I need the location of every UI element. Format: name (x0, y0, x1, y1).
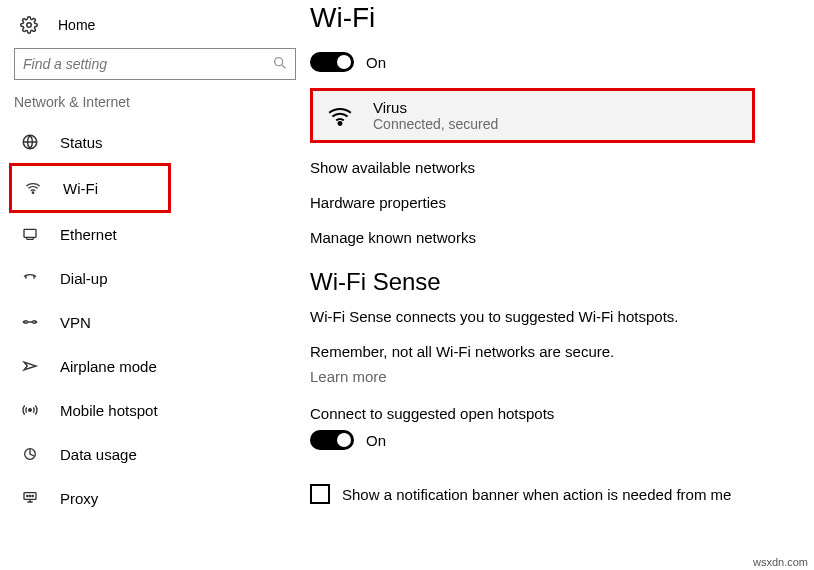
svg-point-7 (33, 321, 36, 324)
svg-point-14 (338, 122, 341, 125)
sense-toggle-row: On (310, 430, 800, 450)
hotspot-icon (20, 401, 40, 419)
airplane-icon (20, 357, 40, 375)
sidebar-item-wifi[interactable]: Wi-Fi (9, 163, 171, 213)
svg-point-13 (32, 495, 33, 496)
wifi-toggle[interactable] (310, 52, 354, 72)
nav-label: Proxy (60, 490, 98, 507)
sidebar-item-dialup[interactable]: Dial-up (12, 256, 302, 300)
network-status: Connected, secured (373, 116, 498, 132)
nav-label: Data usage (60, 446, 137, 463)
page-title: Wi-Fi (310, 2, 800, 34)
link-manage-known[interactable]: Manage known networks (310, 229, 800, 246)
watermark: wsxdn.com (753, 556, 808, 568)
svg-point-4 (32, 192, 33, 193)
nav-label: Mobile hotspot (60, 402, 158, 419)
proxy-icon (20, 489, 40, 507)
wifi-icon (23, 179, 43, 197)
link-learn-more[interactable]: Learn more (310, 368, 800, 385)
sidebar: Home Network & Internet Status Wi-Fi Eth… (0, 0, 310, 570)
nav-label: Dial-up (60, 270, 108, 287)
ethernet-icon (20, 225, 40, 243)
sidebar-section-label: Network & Internet (14, 94, 302, 110)
sidebar-item-hotspot[interactable]: Mobile hotspot (12, 388, 302, 432)
sidebar-item-proxy[interactable]: Proxy (12, 476, 302, 520)
svg-point-11 (27, 495, 28, 496)
search-icon (272, 55, 288, 71)
nav-label: Wi-Fi (63, 180, 98, 197)
search-input[interactable] (14, 48, 296, 80)
svg-point-8 (29, 409, 32, 412)
svg-point-6 (25, 321, 28, 324)
sidebar-item-status[interactable]: Status (12, 120, 302, 164)
main-content: Wi-Fi On Virus Connected, secured Show a… (310, 0, 814, 570)
notify-checkbox[interactable] (310, 484, 330, 504)
wifi-toggle-row: On (310, 52, 800, 72)
sense-connect-prompt: Connect to suggested open hotspots (310, 405, 800, 422)
sense-toggle[interactable] (310, 430, 354, 450)
search-box (14, 48, 296, 80)
vpn-icon (20, 313, 40, 331)
notify-row: Show a notification banner when action i… (310, 484, 800, 504)
nav-label: Airplane mode (60, 358, 157, 375)
sidebar-item-ethernet[interactable]: Ethernet (12, 212, 302, 256)
sense-description: Wi-Fi Sense connects you to suggested Wi… (310, 308, 800, 325)
network-name: Virus (373, 99, 498, 116)
sidebar-item-data[interactable]: Data usage (12, 432, 302, 476)
nav-list: Status Wi-Fi Ethernet Dial-up VPN Airpla (12, 120, 302, 520)
sidebar-item-airplane[interactable]: Airplane mode (12, 344, 302, 388)
notify-label: Show a notification banner when action i… (342, 486, 731, 503)
sidebar-item-vpn[interactable]: VPN (12, 300, 302, 344)
data-usage-icon (20, 445, 40, 463)
wifi-connected-network[interactable]: Virus Connected, secured (310, 88, 755, 143)
status-icon (20, 133, 40, 151)
wifi-toggle-label: On (366, 54, 386, 71)
svg-rect-5 (24, 229, 36, 237)
link-show-networks[interactable]: Show available networks (310, 159, 800, 176)
home-row[interactable]: Home (12, 10, 302, 44)
home-label: Home (58, 17, 95, 33)
nav-label: Status (60, 134, 103, 151)
wifi-signal-icon (325, 101, 355, 131)
sense-toggle-label: On (366, 432, 386, 449)
sense-warning: Remember, not all Wi-Fi networks are sec… (310, 343, 800, 360)
wifi-links: Show available networks Hardware propert… (310, 159, 800, 246)
gear-icon (20, 16, 38, 34)
svg-point-0 (27, 23, 32, 28)
svg-point-12 (29, 495, 30, 496)
nav-label: Ethernet (60, 226, 117, 243)
svg-line-2 (282, 65, 286, 69)
dialup-icon (20, 269, 40, 287)
nav-label: VPN (60, 314, 91, 331)
link-hw-props[interactable]: Hardware properties (310, 194, 800, 211)
svg-point-1 (275, 58, 283, 66)
sense-title: Wi-Fi Sense (310, 268, 800, 296)
